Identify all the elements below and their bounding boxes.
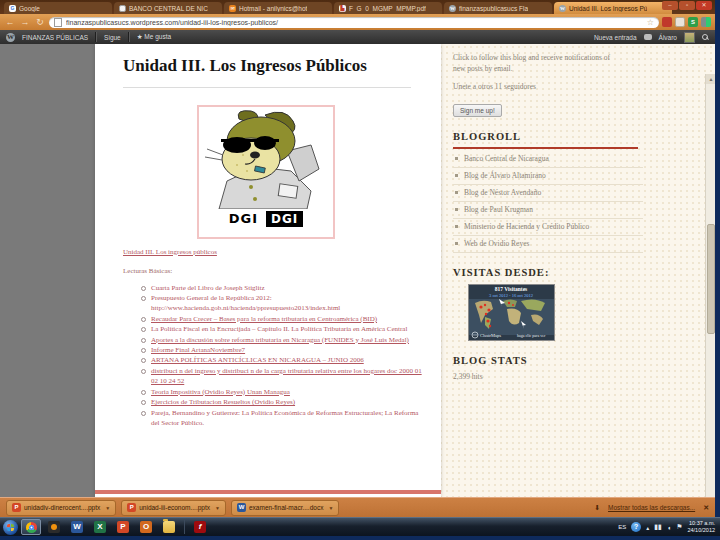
divider <box>128 32 130 42</box>
tab-label: Unidad III. Los Ingresos Pú <box>569 5 647 12</box>
list-item[interactable]: Cuarta Parte del Libro de Joseph Stiglit… <box>141 283 423 293</box>
chrome-icon <box>26 522 37 533</box>
list-item[interactable]: La Política Fiscal en la Encrucijada – C… <box>141 324 423 334</box>
user-name[interactable]: Álvaro <box>659 34 677 41</box>
tab-label: BANCO CENTRAL DE NIC <box>129 5 208 12</box>
blog-stats-value: 2,399 hits <box>453 372 705 381</box>
sign-me-up-button[interactable]: Sign me up! <box>453 104 502 117</box>
blogroll-item[interactable]: Blog de Álvaro Altamirano <box>453 168 643 185</box>
taskbar-word-button[interactable]: W <box>67 519 87 535</box>
list-item[interactable]: Pareja, Bernandino y Gutierrez: La Polít… <box>141 408 423 429</box>
minimize-button[interactable]: – <box>662 1 678 10</box>
help-icon[interactable]: ? <box>631 522 641 532</box>
pdf-favicon-icon: ▙ <box>339 5 346 12</box>
followers-count-text: Unete a otros 11 seguidores <box>453 81 623 92</box>
taskbar-excel-button[interactable]: X <box>90 519 110 535</box>
address-bar[interactable]: finanzaspublicasucs.wordpress.com/unidad… <box>49 17 659 28</box>
list-item[interactable]: Aportes a la discusión sobre reforma tri… <box>141 335 423 345</box>
taskbar-mediaplayer-button[interactable] <box>44 519 64 535</box>
taskbar-flash-button[interactable]: f <box>190 519 210 535</box>
taskbar-clock[interactable]: 10:37 a.m. 24/10/2012 <box>687 520 715 534</box>
extension-icon[interactable] <box>662 17 672 27</box>
windows-taskbar: W X P O f ES ? ▴ ▮▮ ◖ ⚑ 10:37 a.m. 24/10… <box>0 517 720 536</box>
dgi-dog-illustration <box>199 107 333 209</box>
list-item[interactable]: distribuci n del ingreso y distribuci n … <box>141 366 423 387</box>
divider <box>184 520 185 534</box>
list-item[interactable]: Presupuesto General de la República 2012… <box>141 293 423 314</box>
map-click-hint: haga clic para ver <box>517 333 546 338</box>
close-button[interactable]: ✕ <box>696 1 712 10</box>
clustrmaps-widget[interactable]: 817 Visitantes 3 oct 2012 - 16 oct 2012 … <box>468 284 555 341</box>
blogroll-item[interactable]: Blog de Néstor Avendaño <box>453 185 643 202</box>
show-all-downloads-link[interactable]: Mostrar todas las descargas... <box>608 504 695 511</box>
new-post-button[interactable]: Nueva entrada <box>594 34 637 41</box>
blogroll-item[interactable]: Web de Ovidio Reyes <box>453 236 643 253</box>
tab-finanzaspublicas[interactable]: W finanzaspublicasucs Fla <box>444 2 552 14</box>
close-downloads-icon[interactable]: ✕ <box>703 504 709 512</box>
chevron-down-icon[interactable]: ▼ <box>328 505 333 511</box>
windows-logo-icon <box>7 524 14 531</box>
excel-icon: X <box>94 521 106 533</box>
browser-window: G Google BANCO CENTRAL DE NIC ✉ Hotmail … <box>0 0 715 497</box>
search-icon[interactable] <box>702 34 709 41</box>
list-item[interactable]: ARTANA POLÍTICAS ANTICÍCLICAS EN NICARAG… <box>141 355 423 365</box>
taskbar-chrome-button[interactable] <box>21 519 41 535</box>
chevron-down-icon[interactable]: ▼ <box>105 505 110 511</box>
dgi-dog-image[interactable]: DGI DGI <box>197 105 335 239</box>
tab-label: Google <box>19 5 40 12</box>
forward-button[interactable]: → <box>19 17 31 28</box>
tab-banco-central[interactable]: BANCO CENTRAL DE NIC <box>114 2 222 14</box>
extension-icon[interactable] <box>701 17 711 27</box>
site-name[interactable]: FINANZAS PÚBLICAS <box>22 34 88 41</box>
tab-label: finanzaspublicasucs Fla <box>459 5 528 12</box>
list-item[interactable]: Informe Final ArtanaNoviembre7 <box>141 345 423 355</box>
extension-icon[interactable] <box>675 17 685 27</box>
tab-unidad-iii-active[interactable]: W Unidad III. Los Ingresos Pú <box>554 2 672 14</box>
sidebar: Click to follow this blog and receive no… <box>441 44 705 497</box>
taskbar-powerpoint-button[interactable]: P <box>113 519 133 535</box>
start-button[interactable] <box>3 520 18 535</box>
download-item[interactable]: W examen-final-macr....docx ▼ <box>231 500 339 516</box>
url-text[interactable]: finanzaspublicasucs.wordpress.com/unidad… <box>66 19 643 26</box>
list-item[interactable]: Recaudar Para Crecer – Bases para la ref… <box>141 314 423 324</box>
lecturas-list: Cuarta Parte del Libro de Joseph Stiglit… <box>141 283 423 429</box>
admin-bar-right: Nueva entrada Álvaro <box>594 32 709 43</box>
network-icon[interactable]: ▮▮ <box>654 523 662 531</box>
avatar[interactable] <box>684 32 695 43</box>
blogroll-item[interactable]: Banco Central de Nicaragua <box>453 151 643 168</box>
list-item[interactable]: Ejercicios de Tributacion Resueltos (Ovi… <box>141 397 423 407</box>
blogroll-item[interactable]: Ministerio de Hacienda y Crédito Público <box>453 219 643 236</box>
visitas-desde-heading: VISITAS DESDE: <box>453 267 705 278</box>
taskbar-outlook-button[interactable]: O <box>136 519 156 535</box>
maximize-button[interactable]: ▫ <box>679 1 695 10</box>
tab-pdf[interactable]: ▙ F_G_0_MGMP_MPMP.pdf <box>334 2 442 14</box>
download-filename: examen-final-macr....docx <box>249 504 323 511</box>
comments-bubble-icon[interactable] <box>644 34 652 40</box>
tab-google[interactable]: G Google <box>4 2 112 14</box>
chevron-down-icon[interactable]: ▼ <box>215 505 220 511</box>
download-item[interactable]: P unidad-iii-econom....pptx ▼ <box>121 500 226 516</box>
word-icon: W <box>71 521 83 533</box>
download-item[interactable]: P unidadiv-dinerocent....pptx ▼ <box>6 500 116 516</box>
refresh-button[interactable]: ↻ <box>34 17 46 28</box>
bookmark-star-icon[interactable]: ☆ <box>647 18 654 27</box>
list-item[interactable]: Teoria Impositiva (Ovidio Reyes) Unan Ma… <box>141 387 423 397</box>
language-indicator[interactable]: ES <box>618 524 626 530</box>
skype-extension-icon[interactable]: S <box>688 17 698 27</box>
scrollbar-up-arrow[interactable]: ▲ <box>706 74 715 84</box>
blogroll-item[interactable]: Blog de Paul Krugman <box>453 202 643 219</box>
tray-expand-icon[interactable]: ▴ <box>646 524 649 531</box>
taskbar-explorer-button[interactable] <box>159 519 179 535</box>
back-button[interactable]: ← <box>4 17 16 28</box>
dgi-logo-badge: DGI <box>266 211 303 227</box>
follow-button[interactable]: Sigue <box>104 34 121 41</box>
wordpress-logo-icon[interactable]: W <box>6 33 15 42</box>
unidad-iii-link[interactable]: Unidad III. Los ingresos públicos <box>123 248 441 256</box>
scrollbar[interactable]: ▲ ▼ <box>705 74 715 497</box>
like-button[interactable]: ★ Me gusta <box>137 33 171 41</box>
scrollbar-thumb[interactable] <box>707 224 715 334</box>
action-center-flag-icon[interactable]: ⚑ <box>676 523 682 531</box>
blogroll-list: Banco Central de Nicaragua Blog de Álvar… <box>453 151 643 253</box>
tab-hotmail[interactable]: ✉ Hotmail - anilynics@hot <box>224 2 332 14</box>
volume-icon[interactable]: ◖ <box>667 524 671 531</box>
